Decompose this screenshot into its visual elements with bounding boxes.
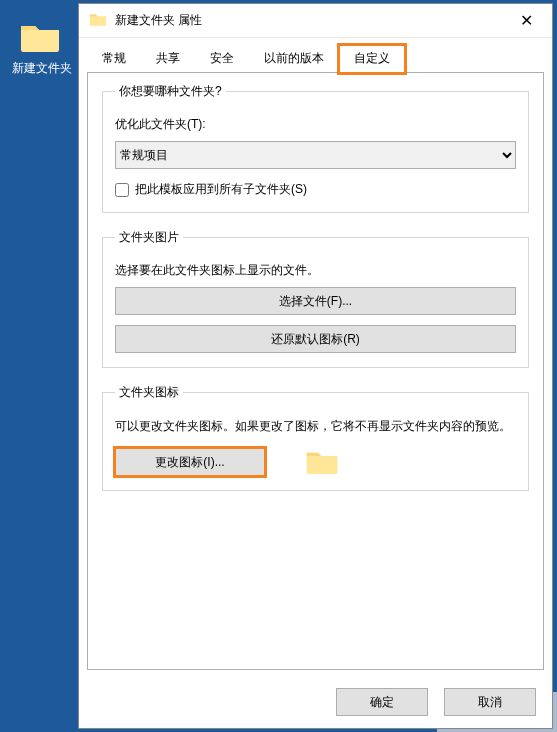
tab-sharing[interactable]: 共享: [141, 45, 195, 73]
folder-preview-icon: [305, 448, 339, 476]
ok-button[interactable]: 确定: [336, 688, 428, 716]
desktop-folder-label: 新建文件夹: [12, 60, 68, 77]
tab-customize[interactable]: 自定义: [339, 45, 405, 73]
choose-file-button[interactable]: 选择文件(F)...: [115, 287, 516, 315]
optimize-combo[interactable]: 常规项目: [115, 141, 516, 169]
tab-general[interactable]: 常规: [87, 45, 141, 73]
cancel-button[interactable]: 取消: [444, 688, 536, 716]
group-folder-kind-legend: 你想要哪种文件夹?: [115, 83, 226, 100]
titlebar: 新建文件夹 属性 ✕: [79, 4, 552, 38]
close-button[interactable]: ✕: [504, 6, 548, 36]
tab-previous-versions[interactable]: 以前的版本: [249, 45, 339, 73]
folder-icon: [19, 20, 61, 54]
folder-picture-description: 选择要在此文件夹图标上显示的文件。: [115, 262, 516, 279]
group-folder-kind: 你想要哪种文件夹? 优化此文件夹(T): 常规项目 把此模板应用到所有子文件夹(…: [102, 83, 529, 213]
group-folder-picture-legend: 文件夹图片: [115, 229, 183, 246]
change-icon-button[interactable]: 更改图标(I)...: [115, 448, 265, 476]
tab-strip: 常规 共享 安全 以前的版本 自定义: [79, 44, 552, 72]
dialog-footer: 确定 取消: [79, 678, 552, 728]
group-folder-icon-legend: 文件夹图标: [115, 384, 183, 401]
apply-subfolders-checkbox[interactable]: [115, 183, 129, 197]
tab-security[interactable]: 安全: [195, 45, 249, 73]
tab-panel-customize: 你想要哪种文件夹? 优化此文件夹(T): 常规项目 把此模板应用到所有子文件夹(…: [87, 72, 544, 670]
dialog-title: 新建文件夹 属性: [115, 12, 504, 29]
group-folder-picture: 文件夹图片 选择要在此文件夹图标上显示的文件。 选择文件(F)... 还原默认图…: [102, 229, 529, 368]
apply-subfolders-row[interactable]: 把此模板应用到所有子文件夹(S): [115, 181, 516, 198]
properties-dialog: 新建文件夹 属性 ✕ 常规 共享 安全 以前的版本 自定义 你想要哪种文件夹? …: [78, 3, 553, 729]
folder-icon-description: 可以更改文件夹图标。如果更改了图标，它将不再显示文件夹内容的预览。: [115, 417, 516, 436]
desktop-folder-icon[interactable]: 新建文件夹: [12, 20, 68, 77]
restore-default-button[interactable]: 还原默认图标(R): [115, 325, 516, 353]
folder-icon: [89, 12, 107, 30]
apply-subfolders-label: 把此模板应用到所有子文件夹(S): [135, 181, 307, 198]
optimize-label: 优化此文件夹(T):: [115, 116, 516, 133]
group-folder-icon: 文件夹图标 可以更改文件夹图标。如果更改了图标，它将不再显示文件夹内容的预览。 …: [102, 384, 529, 491]
